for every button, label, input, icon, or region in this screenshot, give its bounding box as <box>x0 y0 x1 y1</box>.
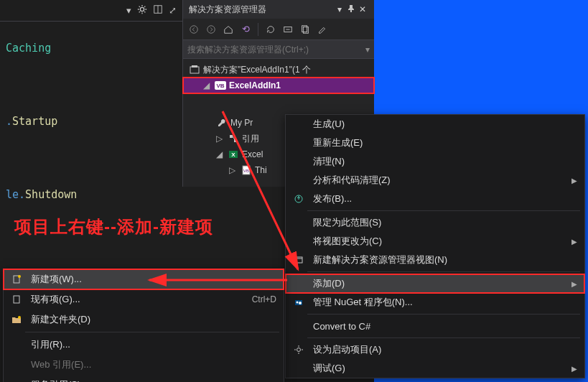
new-folder-icon <box>8 315 25 325</box>
annotation-text: 项目上右键--添加-新建项 <box>14 215 213 238</box>
submenu-service-reference[interactable]: 服务引用(S) <box>4 375 284 382</box>
dropdown-icon[interactable]: ▾ <box>126 5 131 16</box>
menu-nuget[interactable]: 管理 NuGet 程序包(N)... <box>286 293 584 312</box>
back-icon[interactable] <box>187 23 200 36</box>
references-icon <box>228 133 239 144</box>
menu-publish[interactable]: 发布(B)... <box>286 190 584 208</box>
menu-new-se-view[interactable]: 新建解决方案资源管理器视图(N) <box>286 251 584 269</box>
split-icon[interactable] <box>153 4 163 17</box>
solution-icon <box>189 64 200 75</box>
code-line-3: le.Shutdown <box>6 188 77 201</box>
svg-text:VB: VB <box>216 83 224 89</box>
existing-item-icon <box>8 294 25 304</box>
close-icon[interactable]: ✕ <box>357 4 368 14</box>
menu-startup[interactable]: 设为启动项目(A) <box>286 340 584 359</box>
panel-menu-icon[interactable]: ▾ <box>334 4 345 14</box>
chevron-right-icon: ▷ <box>216 134 225 144</box>
svg-point-30 <box>18 316 21 319</box>
solution-explorer-search[interactable]: ▾ <box>183 40 374 59</box>
solution-explorer-titlebar: 解决方案资源管理器 ▾ ✕ <box>183 0 374 19</box>
chevron-right-icon: ▶ <box>571 365 577 373</box>
menu-rebuild[interactable]: 重新生成(E) <box>286 134 584 152</box>
chevron-right-icon: ▶ <box>571 280 577 288</box>
vb-project-icon: VB <box>215 80 226 91</box>
collapse-icon[interactable] <box>281 23 294 36</box>
chevron-right-icon: ▷ <box>229 165 238 175</box>
svg-rect-9 <box>190 67 199 73</box>
properties-icon[interactable] <box>316 23 329 36</box>
gear-icon[interactable] <box>137 4 147 17</box>
excel-label: Excel <box>242 149 263 159</box>
code-line-2: .Startup <box>6 115 57 128</box>
solution-explorer-toolbar: ⟲ <box>183 19 374 40</box>
my-project-node[interactable]: My Pr <box>183 115 286 131</box>
submenu-new-folder[interactable]: 新建文件夹(D) <box>4 309 284 330</box>
svg-text:VB: VB <box>243 169 249 173</box>
sync-icon[interactable]: ⟲ <box>239 23 252 36</box>
chevron-down-icon: ◢ <box>203 80 212 90</box>
svg-rect-13 <box>230 135 233 138</box>
svg-point-26 <box>297 348 301 352</box>
submenu-reference[interactable]: 引用(R)... <box>4 335 284 355</box>
submenu-new-item[interactable]: 新建项(W)... <box>4 269 284 289</box>
code-line-1: Caching <box>6 42 51 55</box>
editor-toolbar: ▾ ⤢ <box>0 0 182 22</box>
expand-icon[interactable]: ⤢ <box>169 5 177 16</box>
menu-convert-csharp[interactable]: Convert to C# <box>286 317 584 335</box>
svg-point-0 <box>140 7 144 11</box>
shortcut-text: Ctrl+D <box>252 294 276 304</box>
menu-scope[interactable]: 限定为此范围(S) <box>286 213 584 232</box>
publish-icon <box>290 194 307 204</box>
menu-analyze[interactable]: 分析和代码清理(Z)▶ <box>286 171 584 190</box>
svg-point-28 <box>18 275 21 278</box>
svg-rect-29 <box>14 296 19 303</box>
references-node[interactable]: ▷ 引用 <box>183 131 286 146</box>
pin-icon[interactable] <box>345 4 357 14</box>
svg-point-24 <box>297 302 299 304</box>
solution-node[interactable]: 解决方案"ExcelAddIn1"(1 个 <box>183 62 374 78</box>
svg-point-4 <box>207 25 215 33</box>
new-item-icon <box>8 274 25 284</box>
nuget-icon <box>290 297 307 307</box>
chevron-right-icon: ▶ <box>571 177 577 185</box>
gear-icon <box>290 345 307 355</box>
chevron-down-icon: ◢ <box>216 149 225 159</box>
svg-point-3 <box>190 25 198 33</box>
solution-label: 解决方案"ExcelAddIn1"(1 个 <box>203 64 311 76</box>
new-window-icon <box>290 255 307 265</box>
forward-icon[interactable] <box>205 23 218 36</box>
this-node[interactable]: ▷ VB Thi <box>183 162 286 178</box>
references-label: 引用 <box>242 133 259 145</box>
svg-rect-21 <box>295 257 302 263</box>
menu-change-view[interactable]: 将视图更改为(C)▶ <box>286 232 584 251</box>
this-label: Thi <box>255 165 267 175</box>
my-project-label: My Pr <box>230 118 253 128</box>
menu-add[interactable]: 添加(D)▶ <box>286 274 584 293</box>
home-icon[interactable] <box>222 23 235 36</box>
excel-node[interactable]: ◢ X Excel <box>183 146 286 162</box>
tree-children: My Pr ▷ 引用 ◢ X Excel ▷ VB Thi <box>182 115 286 187</box>
svg-rect-10 <box>192 65 197 67</box>
menu-clean[interactable]: 清理(N) <box>286 152 584 171</box>
solution-tree: 解决方案"ExcelAddIn1"(1 个 ◢ VB ExcelAddIn1 <box>183 59 374 96</box>
add-submenu: 新建项(W)... 现有项(G)... Ctrl+D 新建文件夹(D) 引用(R… <box>3 269 284 382</box>
svg-text:X: X <box>231 152 235 158</box>
project-label: ExcelAddIn1 <box>229 80 281 90</box>
refresh-icon[interactable] <box>264 23 277 36</box>
svg-point-25 <box>299 302 302 304</box>
submenu-web-reference[interactable]: Web 引用(E)... <box>4 355 284 375</box>
project-context-menu: 生成(U) 重新生成(E) 清理(N) 分析和代码清理(Z)▶ 发布(B)...… <box>285 114 585 378</box>
excel-icon: X <box>228 149 239 160</box>
submenu-existing-item[interactable]: 现有项(G)... Ctrl+D <box>4 289 284 309</box>
solution-explorer-panel: 解决方案资源管理器 ▾ ✕ ⟲ ▾ 解决方案"ExcelAddIn1"(1 个 … <box>182 0 374 115</box>
show-all-icon[interactable] <box>299 23 312 36</box>
menu-debug[interactable]: 调试(G)▶ <box>286 359 584 378</box>
menu-build[interactable]: 生成(U) <box>286 115 584 134</box>
chevron-right-icon: ▶ <box>571 238 577 246</box>
project-node[interactable]: ◢ VB ExcelAddIn1 <box>183 78 374 93</box>
vb-file-icon: VB <box>241 164 252 176</box>
wrench-icon <box>216 117 228 129</box>
search-input[interactable] <box>187 45 365 55</box>
panel-title: 解决方案资源管理器 <box>189 4 266 16</box>
